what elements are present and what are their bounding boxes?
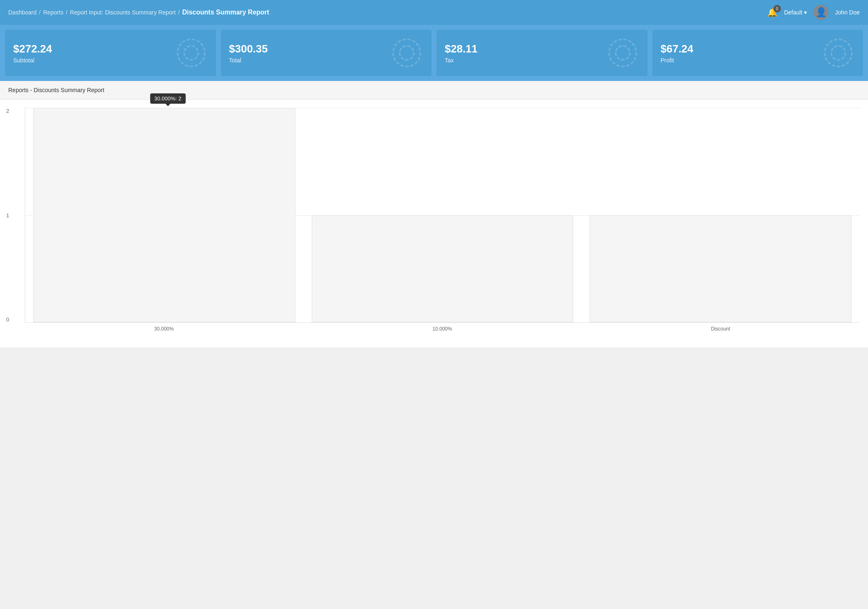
y-label-2: 2	[6, 108, 9, 114]
x-label-1: 30.000%	[25, 326, 303, 332]
breadcrumb: Dashboard / Reports / Report Input: Disc…	[8, 9, 764, 16]
report-title-bar: Reports - Discounts Summary Report	[0, 81, 868, 100]
notification-bell[interactable]: 🔔 0	[767, 7, 778, 17]
breadcrumb-dashboard[interactable]: Dashboard	[8, 9, 37, 16]
bar-group-1: 30.000%: 2	[25, 108, 304, 322]
bar-group-3	[581, 108, 860, 322]
header-right: 🔔 0 Default ▾ 👤 John Doe	[767, 5, 860, 20]
gear-icon-total	[390, 36, 423, 69]
stat-profit-value: $67.24	[661, 43, 694, 55]
stat-tax-value: $28.11	[445, 43, 478, 55]
y-label-0: 0	[6, 316, 9, 323]
breadcrumb-sep-3: /	[178, 9, 180, 16]
stat-subtotal-value: $272.24	[13, 43, 52, 55]
chart-area: 2 1 0 30.000%: 2	[0, 100, 868, 347]
y-axis: 2 1 0	[6, 108, 9, 323]
username: John Doe	[835, 9, 860, 16]
stat-cards: $272.24 Subtotal $300.35 Total $28.11 Ta…	[0, 25, 868, 81]
report-title: Reports - Discounts Summary Report	[8, 87, 104, 93]
default-label: Default	[784, 9, 802, 16]
stat-tax-text: $28.11 Tax	[445, 43, 478, 64]
chart-container: 2 1 0 30.000%: 2	[25, 108, 860, 323]
x-axis: 30.000% 10.000% Discount	[25, 326, 860, 332]
chevron-down-icon: ▾	[804, 9, 807, 16]
default-dropdown[interactable]: Default ▾	[784, 9, 807, 16]
bar-2	[312, 215, 574, 323]
gear-icon-tax	[606, 36, 639, 69]
stat-card-subtotal: $272.24 Subtotal	[5, 30, 216, 76]
stat-card-tax: $28.11 Tax	[436, 30, 647, 76]
x-label-3: Discount	[581, 326, 860, 332]
stat-subtotal-label: Subtotal	[13, 57, 52, 64]
user-icon: 👤	[816, 8, 827, 17]
breadcrumb-report-input[interactable]: Report Input: Discounts Summary Report	[70, 9, 175, 16]
bar-group-2	[304, 108, 582, 322]
stat-profit-text: $67.24 Profit	[661, 43, 694, 64]
gear-icon-subtotal	[175, 36, 208, 69]
stat-total-text: $300.35 Total	[229, 43, 268, 64]
x-label-2: 10.000%	[303, 326, 581, 332]
breadcrumb-reports[interactable]: Reports	[43, 9, 63, 16]
stat-subtotal-text: $272.24 Subtotal	[13, 43, 52, 64]
header: Dashboard / Reports / Report Input: Disc…	[0, 0, 868, 25]
page-title: Discounts Summary Report	[182, 9, 269, 16]
y-label-1: 1	[6, 212, 9, 219]
chart-bars: 30.000%: 2	[25, 108, 860, 323]
bar-3	[590, 215, 851, 323]
bar-1: 30.000%: 2	[33, 108, 295, 322]
breadcrumb-sep-1: /	[39, 9, 41, 16]
stat-total-value: $300.35	[229, 43, 268, 55]
stat-card-total: $300.35 Total	[221, 30, 432, 76]
avatar[interactable]: 👤	[813, 5, 828, 20]
stat-total-label: Total	[229, 57, 268, 64]
stat-tax-label: Tax	[445, 57, 478, 64]
breadcrumb-sep-2: /	[66, 9, 67, 16]
stat-profit-label: Profit	[661, 57, 694, 64]
main-content: Reports - Discounts Summary Report 2 1 0…	[0, 81, 868, 347]
stat-card-profit: $67.24 Profit	[652, 30, 863, 76]
notification-badge: 0	[773, 5, 781, 12]
gear-icon-profit	[822, 36, 855, 69]
